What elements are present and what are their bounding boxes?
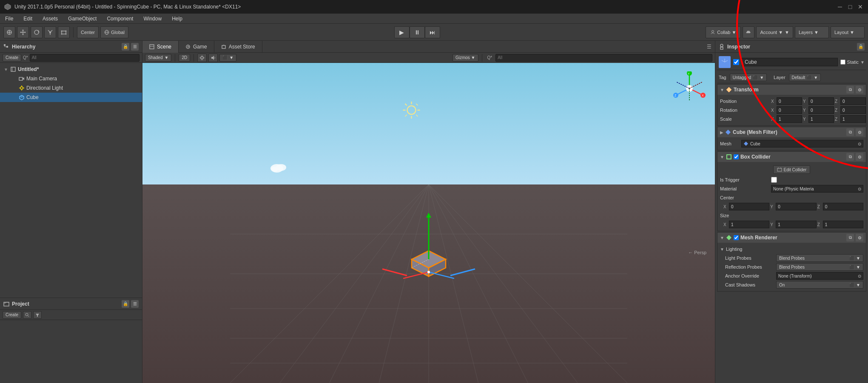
layer-dropdown[interactable]: Default ⬛ ▼ <box>789 74 821 81</box>
center-z-input[interactable] <box>823 203 863 210</box>
menu-file[interactable]: File <box>3 16 15 22</box>
meshfilter-header[interactable]: ▶ Cube (Mesh Filter) ⧉ ⚙ <box>717 127 866 137</box>
fx-dropdown[interactable]: ⬛ ▼ <box>219 54 236 62</box>
object-active-checkbox[interactable] <box>733 59 739 65</box>
rotate-tool-button[interactable] <box>31 26 43 38</box>
center-label: Center <box>720 195 771 200</box>
account-button[interactable]: Account ▼ ▼ <box>756 26 793 38</box>
scale-y-input[interactable] <box>808 115 834 123</box>
boxcollider-copy-button[interactable]: ⧉ <box>846 153 854 161</box>
scale-z-input[interactable] <box>840 115 866 123</box>
svg-rect-16 <box>62 31 66 34</box>
hierarchy-item-dirlight[interactable]: Directional Light <box>0 83 142 93</box>
layout-button[interactable]: Layout ▼ <box>831 26 865 38</box>
menu-gameobject[interactable]: GameObject <box>66 16 98 22</box>
reflection-probes-dropdown[interactable]: Blend Probes ⬛ ▼ <box>776 263 863 271</box>
scale-x-input[interactable] <box>777 115 802 123</box>
collider-material-field[interactable]: None (Physic Materia ⊙ <box>771 185 863 193</box>
pause-button[interactable]: ⏸ <box>410 26 425 38</box>
mesh-select-icon[interactable]: ⊙ <box>858 142 861 146</box>
collab-button[interactable]: Collab ▼ <box>706 26 741 38</box>
hierarchy-item-cube[interactable]: Cube <box>0 93 142 102</box>
meshfilter-copy-button[interactable]: ⧉ <box>846 128 854 136</box>
hierarchy-item-untitled[interactable]: ▼ Untitled* <box>0 65 142 74</box>
menu-edit[interactable]: Edit <box>22 16 34 22</box>
collider-material-select[interactable]: ⊙ <box>858 187 861 191</box>
2d-button[interactable]: 2D <box>179 54 190 62</box>
lighting-collapse-arrow[interactable]: ▼ <box>720 247 724 252</box>
close-button[interactable]: ✕ <box>857 3 864 10</box>
hierarchy-menu-button[interactable]: ☰ <box>131 43 139 51</box>
position-z-input[interactable] <box>840 97 866 105</box>
scale-tool-button[interactable] <box>44 26 56 38</box>
size-z-input[interactable] <box>823 221 863 228</box>
menu-window[interactable]: Window <box>142 16 163 22</box>
rotation-x-input[interactable] <box>777 106 802 114</box>
meshrenderer-menu-button[interactable]: ⚙ <box>856 234 863 241</box>
menu-help[interactable]: Help <box>170 16 184 22</box>
hierarchy-create-button[interactable]: Create <box>3 54 21 62</box>
rotation-y-input[interactable] <box>808 106 834 114</box>
menu-assets[interactable]: Assets <box>41 16 60 22</box>
transform-header[interactable]: ▼ Transform ⧉ ⚙ <box>717 85 866 95</box>
step-button[interactable]: ⏭ <box>425 26 440 38</box>
hierarchy-search-input[interactable] <box>30 54 139 62</box>
scene-search-input[interactable] <box>495 54 712 62</box>
scene-audio-button[interactable] <box>208 54 218 62</box>
static-checkbox[interactable] <box>840 60 845 65</box>
center-button[interactable]: Center <box>77 26 99 38</box>
boxcollider-enabled-checkbox[interactable] <box>734 154 739 159</box>
global-button[interactable]: Global <box>100 26 128 38</box>
inspector-lock-button[interactable]: 🔒 <box>857 43 865 51</box>
hierarchy-item-maincamera[interactable]: Main Camera <box>0 74 142 83</box>
transform-copy-button[interactable]: ⧉ <box>846 86 854 94</box>
size-y-input[interactable] <box>776 221 816 228</box>
project-create-button[interactable]: Create <box>3 311 21 319</box>
center-y-input[interactable] <box>776 203 816 210</box>
project-lock-button[interactable]: 🔒 <box>122 300 129 308</box>
project-search-button[interactable] <box>23 311 31 319</box>
tab-scene[interactable]: Scene <box>142 41 179 53</box>
anchor-override-select[interactable]: ⊙ <box>858 274 861 278</box>
project-menu-button[interactable]: ☰ <box>131 300 139 308</box>
shading-dropdown[interactable]: Shaded ▼ <box>145 54 171 62</box>
gizmos-dropdown[interactable]: Gizmos ▼ <box>452 54 478 62</box>
boxcollider-menu-button[interactable]: ⚙ <box>856 153 863 161</box>
hierarchy-lock-button[interactable]: 🔒 <box>122 43 129 51</box>
layers-button[interactable]: Layers ▼ <box>795 26 829 38</box>
play-button[interactable]: ▶ <box>394 26 410 38</box>
position-y-input[interactable] <box>808 97 834 105</box>
meshfilter-menu-button[interactable]: ⚙ <box>856 128 863 136</box>
transform-menu-button[interactable]: ⚙ <box>856 86 863 94</box>
meshrenderer-header[interactable]: ▼ Mesh Renderer ⧉ ⚙ <box>717 233 866 243</box>
rect-tool-button[interactable] <box>58 26 70 38</box>
light-probes-dropdown[interactable]: Blend Probes ⬛ ▼ <box>776 254 863 262</box>
hand-tool-button[interactable] <box>3 26 15 38</box>
tabs-menu-button[interactable]: ☰ <box>703 44 715 50</box>
center-x-input[interactable] <box>729 203 769 210</box>
move-tool-button[interactable] <box>17 26 29 38</box>
maximize-button[interactable]: □ <box>847 3 854 10</box>
tag-dropdown[interactable]: Untagged ⬛ ▼ <box>730 74 767 81</box>
cast-shadows-dropdown[interactable]: On ⬛ ▼ <box>776 281 863 289</box>
meshrenderer-enabled-checkbox[interactable] <box>734 235 739 240</box>
rotation-z-input[interactable] <box>840 106 866 114</box>
mesh-value-field[interactable]: Cube ⊙ <box>741 140 863 148</box>
boxcollider-header[interactable]: ▼ Box Collider ⧉ ⚙ <box>717 152 866 162</box>
scene-light-button[interactable] <box>197 54 207 62</box>
size-x-input[interactable] <box>729 221 769 228</box>
position-x-input[interactable] <box>777 97 802 105</box>
minimize-button[interactable]: ─ <box>837 3 843 10</box>
edit-collider-button[interactable]: Edit Collider <box>773 165 811 174</box>
center-values-row: X Y Z <box>720 202 863 211</box>
tab-assetstore[interactable]: Asset Store <box>214 41 262 53</box>
menu-component[interactable]: Component <box>105 16 135 22</box>
static-dropdown-arrow[interactable]: ▼ <box>860 60 865 65</box>
anchor-override-field[interactable]: None (Transform) ⊙ <box>776 272 863 280</box>
meshrenderer-copy-button[interactable]: ⧉ <box>846 234 854 241</box>
object-name-input[interactable] <box>742 58 838 66</box>
project-filter-button[interactable] <box>33 311 42 319</box>
tab-game[interactable]: Game <box>179 41 214 53</box>
is-trigger-checkbox[interactable] <box>771 177 777 183</box>
cloud-button[interactable] <box>743 26 754 38</box>
